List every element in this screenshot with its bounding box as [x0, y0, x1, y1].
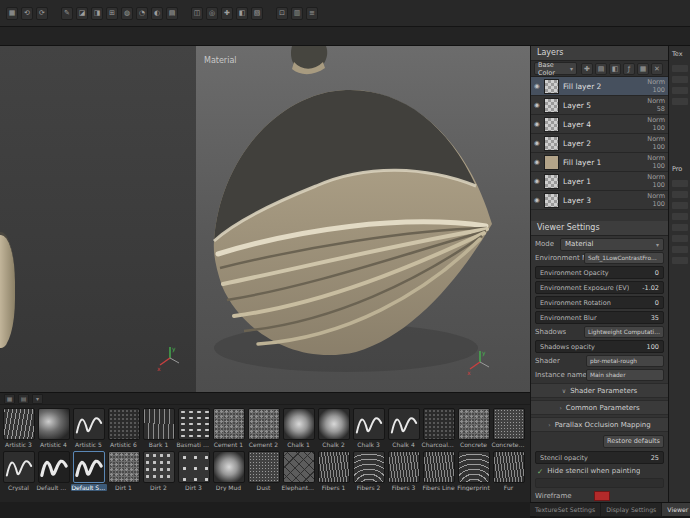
mask-icon[interactable]: ◧ — [236, 7, 248, 20]
environment-opacity-slider[interactable]: Environment Opacity 0 — [535, 266, 664, 279]
shelf-item[interactable]: Basmati Brush — [176, 408, 211, 448]
visibility-eye-icon[interactable]: ◉ — [534, 158, 544, 166]
shelf-item[interactable]: Dust — [246, 451, 281, 491]
layer-row[interactable]: ◉Layer 3Norm100 — [531, 191, 668, 210]
shelf-item[interactable]: Artistic 5 — [71, 408, 106, 448]
shelf-item[interactable]: Concrete L... — [491, 408, 526, 448]
dock-tab[interactable]: Display Settings — [601, 503, 662, 516]
shelf-item[interactable]: Dirt 3 — [176, 451, 211, 491]
add-folder-icon[interactable]: ▤ — [595, 63, 607, 75]
shelf-item[interactable]: Cement 1 — [211, 408, 246, 448]
shelf-item[interactable]: Default Hard — [36, 451, 71, 491]
shadows-opacity-slider[interactable]: Shadows opacity 100 — [535, 340, 664, 353]
dock-tab[interactable]: Viewer Settings — [662, 503, 690, 516]
shelf-item[interactable]: Fibers 1 — [316, 451, 351, 491]
redo-icon[interactable]: ⟳ — [36, 7, 48, 20]
wireframe-color-swatch[interactable] — [594, 491, 610, 501]
main-viewport[interactable]: Material — [196, 46, 530, 392]
material-tool-icon[interactable]: ◐ — [151, 7, 163, 20]
layer-row[interactable]: ◉Layer 5Norm58 — [531, 96, 668, 115]
shelf-item[interactable]: Crystal — [1, 451, 36, 491]
shelf-item[interactable]: Dry Mud — [211, 451, 246, 491]
menu-icon[interactable]: ▦ — [6, 7, 18, 20]
shelf-item[interactable]: Artistic 6 — [106, 408, 141, 448]
left-viewport[interactable] — [0, 46, 196, 392]
shelf-item[interactable]: Cement 2 — [246, 408, 281, 448]
layer-blend-opacity: Norm100 — [647, 78, 665, 94]
layer-row[interactable]: ◉Layer 1Norm100 — [531, 172, 668, 191]
symmetry-icon[interactable]: ◫ — [191, 7, 203, 20]
delete-layer-icon[interactable]: ✕ — [651, 63, 663, 75]
shelf-item[interactable]: Artistic 4 — [36, 408, 71, 448]
shelf-view-list-icon[interactable]: ▤ — [18, 394, 29, 404]
projection-tool-icon[interactable]: ◨ — [91, 7, 103, 20]
shelf-item[interactable]: Elephant Skin — [281, 451, 316, 491]
restore-defaults-button[interactable]: Restore defaults — [603, 435, 664, 448]
layer-opacity-value: 100 — [647, 162, 665, 170]
layer-row[interactable]: ◉Layer 2Norm100 — [531, 134, 668, 153]
section-shader-parameters[interactable]: ∨ Shader Parameters — [531, 383, 668, 398]
eraser-tool-icon[interactable]: ◪ — [76, 7, 88, 20]
shelf-filter-icon[interactable]: ▾ — [32, 394, 43, 404]
layer-row[interactable]: ◉Fill layer 1Norm100 — [531, 153, 668, 172]
camera-icon[interactable]: ⊡ — [276, 7, 288, 20]
shelf-item-label: Dry Mud — [215, 484, 242, 491]
texture-set-panel-title: Tex — [669, 46, 690, 61]
layer-row[interactable]: ◉Layer 4Norm100 — [531, 115, 668, 134]
section-common-parameters[interactable]: › Common Parameters — [531, 400, 668, 415]
shelf-item[interactable]: Fibers 2 — [351, 451, 386, 491]
shelf-item[interactable]: Fur — [491, 451, 526, 491]
stencil-tool-icon[interactable]: ▤ — [166, 7, 178, 20]
shader-button[interactable]: pbr-metal-rough — [586, 355, 664, 367]
shelf-item[interactable]: Charcoal B... — [421, 408, 456, 448]
settings-icon[interactable]: ≡ — [306, 7, 318, 20]
shelf-item[interactable]: Artistic 3 — [1, 408, 36, 448]
shelf-item[interactable]: Default Soft — [71, 451, 106, 491]
polygon-fill-tool-icon[interactable]: ⊞ — [106, 7, 118, 20]
layer-row[interactable]: ◉Fill layer 2Norm100 — [531, 77, 668, 96]
environment-rotation-slider[interactable]: Environment Rotation 0 — [535, 296, 664, 309]
paint-tool-icon[interactable]: ✎ — [61, 7, 73, 20]
hide-stencil-checkbox-row[interactable]: ✓ Hide stencil when painting — [537, 466, 662, 476]
fill-icon[interactable]: ▧ — [251, 7, 263, 20]
add-layer-icon[interactable]: ✚ — [581, 63, 593, 75]
shelf-item[interactable]: Chalk 4 — [386, 408, 421, 448]
shelf-item[interactable]: Dirt 1 — [106, 451, 141, 491]
environment-blur-slider[interactable]: Environment Blur 35 — [535, 311, 664, 324]
shelf-item[interactable]: Chalk 3 — [351, 408, 386, 448]
shelf-item[interactable]: Bark 1 — [141, 408, 176, 448]
smudge-tool-icon[interactable]: ◍ — [121, 7, 133, 20]
shelf-item[interactable]: Concrete — [456, 408, 491, 448]
visibility-eye-icon[interactable]: ◉ — [534, 196, 544, 204]
dock-tab[interactable]: TextureSet Settings — [530, 503, 601, 516]
shelf-item[interactable]: Fingerprint — [456, 451, 491, 491]
visibility-eye-icon[interactable]: ◉ — [534, 177, 544, 185]
background-icon[interactable]: ▦ — [637, 63, 649, 75]
stencil-opacity-slider[interactable]: Stencil opacity 25 — [535, 451, 664, 464]
display-icon[interactable]: ▥ — [291, 7, 303, 20]
visibility-eye-icon[interactable]: ◉ — [534, 101, 544, 109]
shelf-item[interactable]: Dirt 2 — [141, 451, 176, 491]
channel-dropdown[interactable]: Base Color ▾ — [534, 62, 577, 75]
add-effect-icon[interactable]: ƒ — [623, 63, 635, 75]
visibility-eye-icon[interactable]: ◉ — [534, 82, 544, 90]
shelf-item[interactable]: Chalk 1 — [281, 408, 316, 448]
undo-icon[interactable]: ⟲ — [21, 7, 33, 20]
shelf-view-grid-icon[interactable]: ▦ — [4, 394, 15, 404]
environment-map-button[interactable]: Soft_1LowContrastFront_2Backs — [584, 252, 664, 264]
section-parallax-occlusion-mapping[interactable]: › Parallax Occlusion Mapping — [531, 417, 668, 432]
mode-dropdown[interactable]: Material ▾ — [560, 238, 664, 251]
clone-tool-icon[interactable]: ◔ — [136, 7, 148, 20]
shader-instance-button[interactable]: Main shader — [586, 369, 664, 381]
add-resource-icon[interactable]: ✚ — [221, 7, 233, 20]
shadows-mode-button[interactable]: Lightweight Computation — [584, 326, 664, 338]
shelf-item[interactable]: Chalk 2 — [316, 408, 351, 448]
environment-exposure-slider[interactable]: Environment Exposure (EV) -1.02 — [535, 281, 664, 294]
shelf-item[interactable]: Fibers Line — [421, 451, 456, 491]
visibility-eye-icon[interactable]: ◉ — [534, 120, 544, 128]
lazy-mouse-icon[interactable]: ◎ — [206, 7, 218, 20]
add-mask-icon[interactable]: ◧ — [609, 63, 621, 75]
visibility-eye-icon[interactable]: ◉ — [534, 139, 544, 147]
shelf-item-label: Chalk 4 — [391, 441, 416, 448]
shelf-item[interactable]: Fibers 3 — [386, 451, 421, 491]
